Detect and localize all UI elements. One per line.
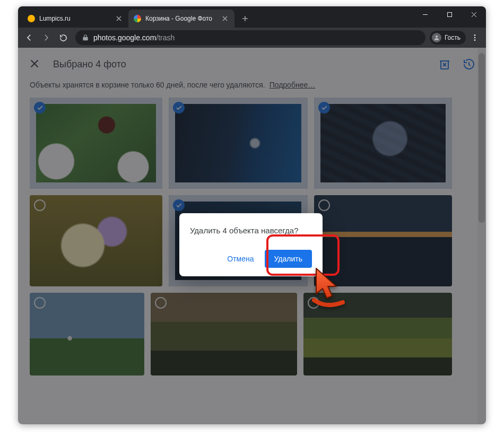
- lock-icon: [82, 34, 89, 41]
- url-text: photos.google.com/trash: [93, 33, 175, 42]
- tab-google-photos-trash[interactable]: Корзина - Google Фото: [128, 10, 234, 28]
- nav-back-button[interactable]: [21, 30, 37, 46]
- close-tab-icon[interactable]: [221, 14, 229, 23]
- window-close-button[interactable]: [462, 6, 486, 22]
- cancel-button[interactable]: Отмена: [223, 250, 258, 267]
- window-minimize-button[interactable]: [413, 6, 437, 22]
- profile-label: Гость: [445, 34, 460, 41]
- svg-point-1: [436, 36, 438, 38]
- profile-chip[interactable]: Гость: [430, 31, 466, 45]
- close-tab-icon[interactable]: [115, 14, 123, 23]
- tab-lumpics[interactable]: Lumpics.ru: [22, 10, 128, 28]
- browser-window: Lumpics.ru Корзина - Google Фото: [18, 6, 486, 424]
- dialog-message: Удалить 4 объекта навсегда?: [190, 226, 312, 235]
- tab-strip: Lumpics.ru Корзина - Google Фото: [18, 10, 253, 28]
- chrome-menu-button[interactable]: [467, 30, 483, 46]
- page-content: Выбрано 4 фото Объекты хранятся в корзин…: [18, 48, 486, 424]
- favicon-google-photos: [134, 15, 141, 22]
- confirm-delete-dialog: Удалить 4 объекта навсегда? Отмена Удали…: [179, 213, 323, 276]
- svg-point-3: [474, 37, 476, 39]
- viewport: Lumpics.ru Корзина - Google Фото: [0, 0, 504, 437]
- delete-button[interactable]: Удалить: [265, 250, 312, 268]
- favicon-lumpics: [28, 15, 35, 22]
- nav-reload-button[interactable]: [55, 30, 71, 46]
- svg-point-4: [474, 39, 476, 41]
- titlebar: Lumpics.ru Корзина - Google Фото: [18, 6, 486, 28]
- toolbar: photos.google.com/trash Гость: [18, 28, 486, 48]
- svg-rect-0: [447, 12, 451, 16]
- window-maximize-button[interactable]: [437, 6, 462, 22]
- svg-point-2: [474, 34, 476, 36]
- dialog-actions: Отмена Удалить: [190, 250, 312, 268]
- avatar-icon: [432, 33, 441, 42]
- new-tab-button[interactable]: [238, 11, 253, 26]
- nav-forward-button[interactable]: [38, 30, 54, 46]
- tab-title: Корзина - Google Фото: [145, 15, 216, 22]
- tab-title: Lumpics.ru: [39, 15, 110, 22]
- window-controls: [413, 6, 486, 23]
- address-bar[interactable]: photos.google.com/trash: [75, 30, 425, 45]
